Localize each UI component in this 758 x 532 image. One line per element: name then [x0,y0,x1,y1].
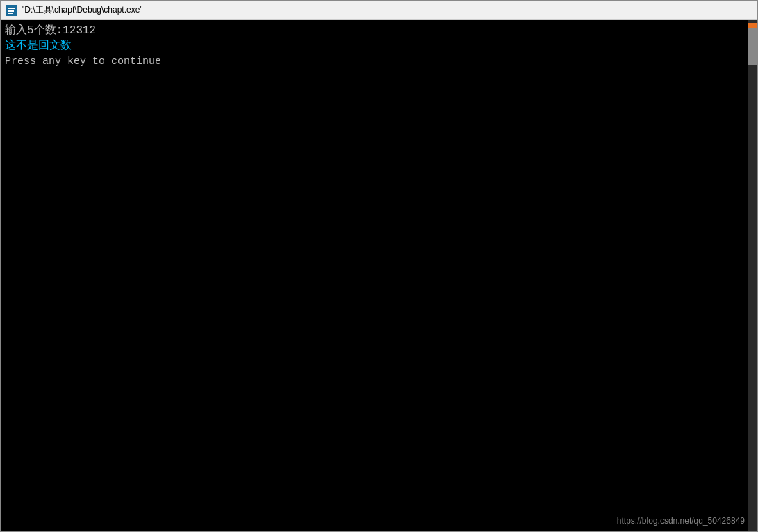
title-bar: "D:\工具\chapt\Debug\chapt.exe" [1,1,757,20]
result-line: 这不是回文数 [5,38,753,53]
svg-rect-3 [8,13,13,14]
scrollbar-thumb[interactable] [748,23,757,65]
scrollbar-highlight [748,23,757,28]
svg-rect-1 [8,8,15,9]
app-icon [6,5,17,16]
watermark: https://blog.csdn.net/qq_50426849 [617,516,745,526]
console-area[interactable]: 输入5个数:12312 这不是回文数 Press any key to cont… [1,20,757,531]
press-any-key-line: Press any key to continue [5,54,753,70]
console-content: 输入5个数:12312 这不是回文数 Press any key to cont… [1,20,757,531]
window: "D:\工具\chapt\Debug\chapt.exe" 输入5个数:1231… [0,0,758,532]
svg-rect-2 [8,10,14,12]
scrollbar[interactable] [748,20,757,531]
input-line: 输入5个数:12312 [5,23,753,38]
title-bar-text: "D:\工具\chapt\Debug\chapt.exe" [22,4,752,16]
scrollbar-track[interactable] [748,20,757,531]
